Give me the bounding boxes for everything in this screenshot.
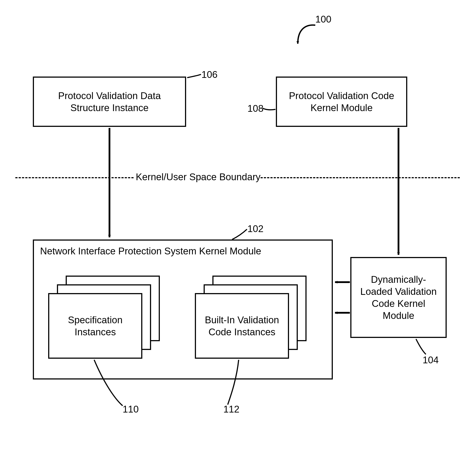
diagram-connectors — [0, 0, 476, 451]
stack-builtin-front: Built-In Validation Code Instances — [195, 293, 289, 359]
box-pvck: Protocol Validation Code Kernel Module — [276, 76, 407, 127]
stack-builtin-label: Built-In Validation Code Instances — [200, 314, 283, 338]
boundary-line-left — [15, 177, 134, 178]
stack-spec-label: Specification Instances — [54, 314, 137, 338]
ref-dyn: 104 — [423, 354, 438, 366]
box-dyn-label: Dynamically-Loaded Validation Code Kerne… — [356, 273, 441, 321]
ref-pvck: 108 — [247, 103, 264, 114]
stack-spec-front: Specification Instances — [48, 293, 142, 359]
box-nips-title: Network Interface Protection System Kern… — [40, 246, 261, 256]
boundary-line-right — [261, 177, 460, 178]
ref-builtin: 112 — [223, 404, 239, 415]
ref-pvds: 106 — [201, 69, 217, 81]
box-dyn: Dynamically-Loaded Validation Code Kerne… — [350, 257, 447, 338]
box-pvds: Protocol Validation Data Structure Insta… — [33, 76, 186, 127]
box-pvck-label: Protocol Validation Code Kernel Module — [281, 90, 402, 114]
box-pvds-label: Protocol Validation Data Structure Insta… — [38, 90, 181, 114]
ref-overall: 100 — [315, 13, 331, 25]
boundary-label: Kernel/User Space Boundary — [136, 171, 261, 183]
ref-spec: 110 — [123, 404, 139, 415]
ref-nips: 102 — [247, 223, 264, 235]
